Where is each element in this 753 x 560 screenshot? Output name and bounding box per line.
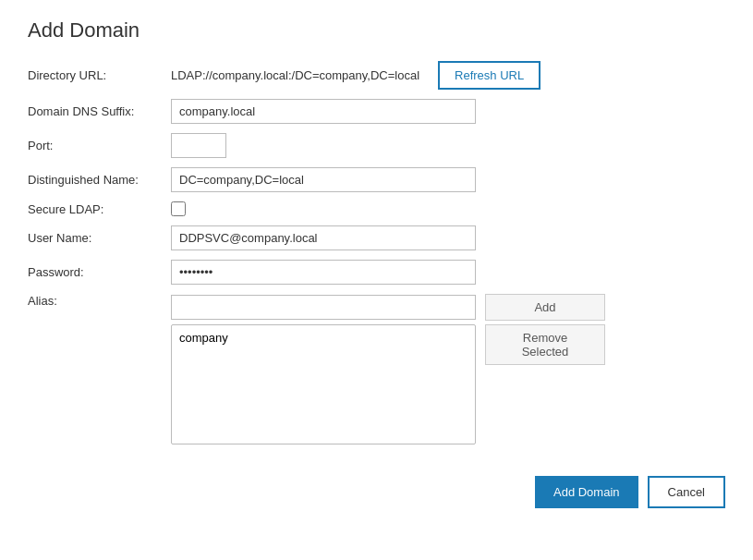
alias-input[interactable] <box>171 295 476 320</box>
user-name-input[interactable] <box>171 225 476 250</box>
secure-ldap-label: Secure LDAP: <box>28 202 171 216</box>
distinguished-name-row: Distinguished Name: <box>28 167 725 192</box>
password-field <box>171 260 476 285</box>
directory-url-field: LDAP://company.local:/DC=company,DC=loca… <box>171 61 540 90</box>
cancel-button[interactable]: Cancel <box>648 476 725 508</box>
alias-input-row: Add <box>171 294 605 321</box>
alias-label: Alias: <box>28 294 171 308</box>
secure-ldap-field <box>171 201 186 216</box>
domain-dns-suffix-field <box>171 99 476 124</box>
directory-url-value: LDAP://company.local:/DC=company,DC=loca… <box>171 68 419 82</box>
distinguished-name-field <box>171 167 476 192</box>
alias-row: Alias: Add company Remove Selected <box>28 294 725 444</box>
password-label: Password: <box>28 265 171 279</box>
port-input[interactable] <box>171 133 226 158</box>
directory-url-row: Directory URL: LDAP://company.local:/DC=… <box>28 61 725 90</box>
add-alias-button[interactable]: Add <box>485 294 605 321</box>
port-row: Port: <box>28 133 725 158</box>
refresh-url-button[interactable]: Refresh URL <box>438 61 540 90</box>
alias-list-item[interactable]: company <box>176 329 471 347</box>
page-title: Add Domain <box>28 18 725 43</box>
port-field <box>171 133 226 158</box>
password-row: Password: <box>28 260 725 285</box>
remove-selected-button[interactable]: Remove Selected <box>485 324 605 365</box>
user-name-row: User Name: <box>28 225 725 250</box>
domain-dns-suffix-input[interactable] <box>171 99 476 124</box>
user-name-field <box>171 225 476 250</box>
password-input[interactable] <box>171 260 476 285</box>
alias-list-row: company Remove Selected <box>171 324 605 444</box>
bottom-bar: Add Domain Cancel <box>28 467 725 508</box>
add-domain-button[interactable]: Add Domain <box>535 476 638 508</box>
secure-ldap-checkbox[interactable] <box>171 201 186 216</box>
domain-dns-suffix-label: Domain DNS Suffix: <box>28 104 171 118</box>
directory-url-label: Directory URL: <box>28 68 171 82</box>
port-label: Port: <box>28 139 171 152</box>
domain-dns-suffix-row: Domain DNS Suffix: <box>28 99 725 124</box>
alias-listbox[interactable]: company <box>171 324 476 444</box>
user-name-label: User Name: <box>28 231 171 245</box>
alias-controls: Add company Remove Selected <box>171 294 605 444</box>
distinguished-name-label: Distinguished Name: <box>28 173 171 187</box>
secure-ldap-row: Secure LDAP: <box>28 201 725 216</box>
distinguished-name-input[interactable] <box>171 167 476 192</box>
